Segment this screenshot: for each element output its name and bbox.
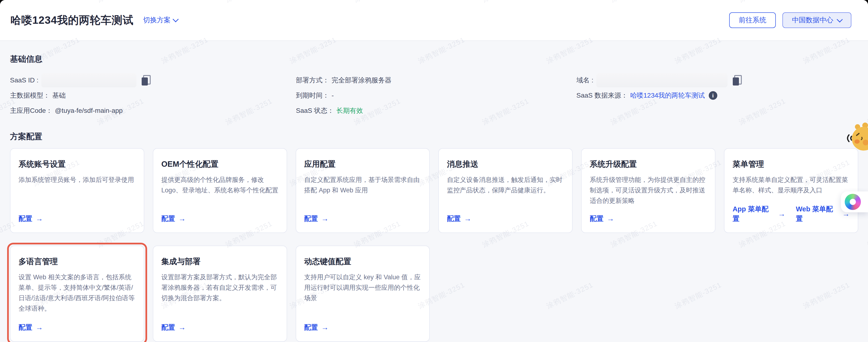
copy-icon-front	[733, 77, 739, 86]
assistant-button[interactable]	[841, 192, 868, 212]
card-title: 多语言管理	[19, 256, 136, 266]
info-value: 基础	[52, 91, 66, 100]
data-center-dropdown[interactable]: 中国数据中心	[782, 12, 851, 28]
info-label: 部署方式：	[296, 76, 329, 85]
plan-card: 集成与部署设置部署方案及部署方式，默认为完全部署涂鸦服务器，若有自定义开发需求，…	[153, 246, 287, 342]
page-header: 哈喽1234我的两轮车测试 切换方案 前往系统 中国数据中心	[0, 0, 868, 41]
configure-link-label: 配置	[19, 323, 32, 332]
basic-info-title: 基础信息	[10, 54, 858, 65]
configure-link-label: 配置	[590, 214, 603, 224]
card-title: 应用配置	[304, 159, 422, 169]
card-title: OEM个性化配置	[161, 159, 279, 169]
info-field: 主应用Code：@tuya-fe/sdf-main-app	[10, 103, 296, 118]
info-label: 域名 :	[577, 76, 593, 85]
configure-link-label: 配置	[161, 323, 175, 332]
configure-link-label: 配置	[304, 323, 318, 332]
data-center-label: 中国数据中心	[792, 15, 833, 25]
card-title: 系统账号设置	[19, 159, 136, 169]
configure-link[interactable]: 配置→	[304, 323, 329, 332]
data-source-link[interactable]: 哈喽1234我的两轮车测试	[630, 91, 705, 100]
card-description: 系统升级管理功能，为你提供更自主的控制选项，可灵活设置升级方式，及时推送适合的更…	[590, 175, 707, 206]
info-field: SaaS ID :	[10, 73, 296, 88]
info-value: @tuya-fe/sdf-main-app	[55, 107, 123, 114]
copy-icon[interactable]	[142, 75, 151, 86]
info-label: 到期时间：	[296, 91, 329, 100]
card-links: 配置→	[19, 323, 136, 332]
plan-config-title: 方案配置	[10, 131, 858, 142]
copy-icon-front	[142, 77, 148, 86]
arrow-right-icon: →	[778, 210, 785, 218]
plan-card: OEM个性化配置提供更高级的个性化品牌服务，修改 Logo、登录地址、系统名称等…	[153, 148, 287, 233]
arrow-right-icon: →	[36, 323, 43, 332]
card-links: 配置→	[447, 214, 564, 224]
plan-card: 消息推送自定义设备消息推送，触发后通知，实时监控产品状态，保障产品健康运行。配置…	[438, 148, 572, 233]
info-label: 主数据模型：	[10, 91, 50, 100]
configure-link[interactable]: 配置→	[590, 214, 614, 224]
basic-info-grid: SaaS ID :主数据模型：基础主应用Code：@tuya-fe/sdf-ma…	[10, 73, 858, 118]
plan-card: 应用配置自定义配置系统应用，基于场景需求自由搭配 App 和 Web 应用配置→	[296, 148, 430, 233]
page-title: 哈喽1234我的两轮车测试	[10, 13, 133, 27]
arrow-right-icon: →	[607, 214, 614, 223]
info-column: SaaS ID :主数据模型：基础主应用Code：@tuya-fe/sdf-ma…	[10, 73, 296, 118]
info-icon[interactable]: i	[709, 91, 717, 100]
configure-link-label: Web 菜单配置	[796, 204, 839, 224]
saas-detail-page: 哈喽1234我的两轮车测试 切换方案 前往系统 中国数据中心 基础信息 SaaS…	[0, 0, 868, 342]
configure-link[interactable]: 配置→	[19, 214, 43, 224]
go-to-system-button[interactable]: 前往系统	[729, 12, 776, 28]
arrow-right-icon: →	[464, 214, 471, 223]
card-links: 配置→	[161, 214, 279, 224]
redacted-value	[596, 73, 727, 88]
card-links: 配置→	[590, 214, 707, 224]
header-title-group: 哈喽1234我的两轮车测试 切换方案	[10, 13, 178, 27]
card-description: 添加系统管理员账号，添加后可登录使用	[19, 175, 136, 185]
card-description: 支持用户可以自定义 key 和 Value 值，应用运行时可以调用实现一些应用的…	[304, 272, 422, 303]
configure-link[interactable]: 配置→	[161, 214, 186, 224]
info-value: -	[332, 92, 334, 99]
card-description: 设置 Web 相关文案的多语言，包括系统菜单、提示等，支持简体中文/繁体/英语/…	[19, 272, 136, 314]
plan-card: 多语言管理设置 Web 相关文案的多语言，包括系统菜单、提示等，支持简体中文/繁…	[10, 246, 144, 342]
chevron-down-icon	[837, 16, 843, 22]
info-label: SaaS 数据来源：	[577, 91, 628, 100]
info-label: 主应用Code：	[10, 106, 53, 115]
arrow-right-icon: →	[36, 214, 43, 223]
info-label: SaaS ID :	[10, 76, 38, 84]
configure-link[interactable]: App 菜单配置→	[733, 204, 785, 224]
plan-card: 系统账号设置添加系统管理员账号，添加后可登录使用配置→	[10, 148, 144, 233]
card-links: App 菜单配置→Web 菜单配置→	[733, 204, 850, 224]
configure-link[interactable]: 配置→	[161, 323, 186, 332]
configure-link[interactable]: 配置→	[447, 214, 471, 224]
info-field: 到期时间：-	[296, 88, 577, 103]
info-column: 域名 :SaaS 数据来源：哈喽1234我的两轮车测试i	[577, 73, 858, 118]
info-field: 域名 :	[577, 73, 858, 88]
configure-link[interactable]: 配置→	[19, 323, 43, 332]
arrow-right-icon: →	[179, 323, 186, 332]
copy-icon[interactable]	[733, 75, 742, 86]
switch-plan-label: 切换方案	[143, 15, 170, 25]
info-value: 完全部署涂鸦服务器	[332, 76, 392, 85]
configure-link-label: 配置	[19, 214, 32, 224]
status-value: 长期有效	[336, 106, 363, 115]
info-field: 部署方式：完全部署涂鸦服务器	[296, 73, 577, 88]
card-title: 菜单管理	[733, 159, 850, 169]
card-description: 自定义设备消息推送，触发后通知，实时监控产品状态，保障产品健康运行。	[447, 175, 564, 196]
configure-link-label: App 菜单配置	[733, 204, 775, 224]
card-links: 配置→	[304, 214, 422, 224]
arrow-right-icon: →	[321, 214, 329, 223]
plan-card: 菜单管理支持系统菜单自定义配置，可灵活配置菜单名称、样式、显示顺序及入口App …	[724, 148, 858, 233]
plan-card: 动态键值配置支持用户可以自定义 key 和 Value 值，应用运行时可以调用实…	[296, 246, 430, 342]
card-links: 配置→	[19, 214, 136, 224]
page-content: 基础信息 SaaS ID :主数据模型：基础主应用Code：@tuya-fe/s…	[0, 41, 868, 342]
go-to-system-label: 前往系统	[739, 15, 766, 25]
card-links: 配置→	[161, 323, 279, 332]
configure-link-label: 配置	[304, 214, 318, 224]
switch-plan-link[interactable]: 切换方案	[143, 15, 178, 25]
info-field: SaaS 数据来源：哈喽1234我的两轮车测试i	[577, 88, 858, 103]
info-column: 部署方式：完全部署涂鸦服务器到期时间：-SaaS 状态：长期有效	[296, 73, 577, 118]
mascot-assistant[interactable]	[842, 122, 868, 155]
card-description: 设置部署方案及部署方式，默认为完全部署涂鸦服务器，若有自定义开发需求，可切换为混…	[161, 272, 279, 303]
card-description: 提供更高级的个性化品牌服务，修改 Logo、登录地址、系统名称等个性化配置	[161, 175, 279, 196]
configure-link[interactable]: 配置→	[304, 214, 329, 224]
sound-wave-icon	[847, 135, 849, 142]
card-title: 集成与部署	[161, 256, 279, 266]
card-title: 动态键值配置	[304, 256, 422, 266]
